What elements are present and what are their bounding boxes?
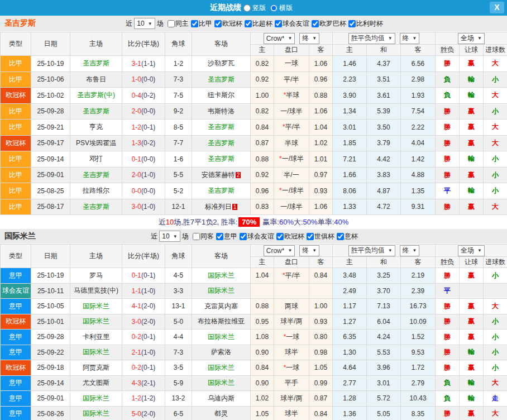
full-time-score: 1-1 — [132, 287, 141, 295]
odds-source-select-value: Crow* — [266, 35, 285, 42]
league-checkbox-box[interactable] — [214, 20, 222, 27]
result-goals-cell-value: 大 — [492, 91, 499, 99]
result-goals-cell-value: 小 — [492, 187, 499, 194]
away-team-name: 圣吉罗斯 — [208, 155, 235, 163]
handicap-home-odds: 0.92 — [251, 71, 274, 88]
score-cell: 1-3(0-2) — [122, 135, 165, 151]
col-header: 类型 — [1, 32, 31, 56]
league-checkbox-box[interactable] — [307, 233, 314, 240]
summary-part: 40% — [334, 218, 348, 226]
league-checkbox[interactable]: 球会友谊 — [240, 232, 274, 241]
same-venue-checkbox-box[interactable] — [193, 233, 200, 240]
result-goals-cell: 走 — [484, 391, 507, 407]
result-handicap-cell: 赢 — [460, 199, 484, 215]
league-checkbox[interactable]: 世俱杯 — [307, 232, 334, 241]
handicap-cell: 球半/两 — [274, 314, 309, 330]
home-team-cell: 罗马 — [70, 268, 122, 284]
league-checkbox[interactable]: 意杯 — [337, 232, 358, 241]
col-header: 类型 — [1, 245, 31, 268]
result-goals-cell-value: 小 — [492, 348, 499, 356]
chevron-down-icon: ▼ — [312, 248, 317, 253]
avg-home-odds: 1.36 — [333, 406, 367, 420]
same-venue-checkbox[interactable]: 同主 — [168, 19, 189, 28]
league-checkbox-box[interactable] — [275, 20, 282, 27]
vertical-layout-option[interactable]: 竖版 — [243, 3, 266, 13]
close-icon[interactable]: X — [490, 2, 504, 13]
table-row: 比甲25-08-25拉路维尔0-0(0-0)5-2圣吉罗斯0.96*一/球半0.… — [1, 183, 507, 199]
avg-away-odds: 6.56 — [401, 56, 436, 72]
score-cell: 3-1(1-1) — [122, 56, 165, 72]
sections-container: 圣吉罗斯近10▼场同主比甲欧冠杯比超杯球会友谊欧罗巴杯比利时杯类型日期主场比分(… — [0, 16, 507, 420]
odds-final-select[interactable]: 终▼ — [299, 33, 319, 44]
handicap-cell: 球半 — [274, 406, 309, 420]
result-handicap-cell-value: 赢 — [468, 139, 475, 147]
half-time-score: (1-0) — [141, 203, 155, 211]
score-cell: 0-1(0-0) — [122, 151, 165, 168]
corner-cell: 5-5 — [165, 167, 192, 183]
league-checkbox[interactable]: 欧罗巴杯 — [312, 19, 346, 28]
score-cell: 3-0(1-0) — [122, 199, 165, 215]
handicap-home-odds: 1.08 — [251, 330, 274, 345]
result-wdl-cell: 勝 — [436, 56, 460, 72]
league-checkbox-box[interactable] — [240, 233, 247, 240]
avg-select[interactable]: 胜平负均值▼ — [348, 245, 395, 256]
league-checkbox-box[interactable] — [191, 20, 198, 27]
league-type-badge: 比甲 — [1, 199, 31, 215]
league-checkbox-label: 欧罗巴杯 — [319, 19, 346, 28]
odds-final-select[interactable]: 终▼ — [299, 245, 319, 256]
home-team-name: 圣吉罗斯 — [83, 107, 109, 115]
vertical-radio[interactable] — [243, 4, 251, 12]
league-checkbox[interactable]: 比利时杯 — [348, 19, 383, 28]
full-time-score: 0-4 — [132, 92, 141, 99]
odds-source-select[interactable]: Crow*▼ — [264, 245, 295, 256]
league-checkbox-box[interactable] — [216, 233, 223, 240]
away-team-cell: 圣吉罗斯 — [192, 151, 251, 168]
same-venue-checkbox-box[interactable] — [168, 20, 175, 27]
result-goals-cell: 小 — [484, 151, 507, 168]
league-checkbox[interactable]: 比甲 — [191, 19, 212, 28]
home-team-name: 国际米兰 — [83, 394, 109, 402]
odds-source-select[interactable]: Crow*▼ — [264, 33, 295, 44]
recent-count-select[interactable]: 10▼ — [134, 18, 155, 29]
chevron-down-icon: ▼ — [288, 36, 292, 41]
avg-final-select[interactable]: 终▼ — [400, 33, 420, 44]
rank-badge: 1 — [232, 204, 238, 210]
table-row: 欧冠杯25-10-01国际米兰3-0(2-0)5-0布拉格斯拉维亚0.95球半/… — [1, 314, 507, 330]
home-team-cell: 邓打 — [70, 151, 122, 168]
table-row: 比甲25-10-19圣吉罗斯3-1(1-1)1-2沙勒罗瓦0.82一球1.061… — [1, 56, 507, 72]
recent-count-select[interactable]: 10▼ — [159, 231, 180, 242]
league-checkbox[interactable]: 球会友谊 — [275, 19, 309, 28]
scope-select[interactable]: 全场▼ — [458, 245, 485, 256]
same-venue-checkbox[interactable]: 同客 — [193, 232, 214, 241]
result-wdl-cell-value: 勝 — [444, 409, 451, 417]
league-checkbox[interactable]: 欧冠杯 — [214, 19, 242, 28]
result-handicap-cell: 輸 — [460, 71, 484, 88]
league-checkbox-box[interactable] — [348, 20, 356, 27]
league-checkbox[interactable]: 比超杯 — [245, 19, 272, 28]
summary-part: 赢率: — [262, 217, 279, 227]
league-checkbox-label: 球会友谊 — [247, 232, 274, 241]
result-handicap-cell-value: 赢 — [468, 203, 475, 211]
scope-select[interactable]: 全场▼ — [458, 33, 485, 44]
same-venue-checkbox-label: 同主 — [175, 19, 189, 28]
avg-final-select[interactable]: 终▼ — [400, 245, 420, 256]
league-checkbox[interactable]: 意甲 — [216, 232, 237, 241]
league-checkbox-box[interactable] — [337, 233, 344, 240]
avg-draw-odds: 5.05 — [367, 406, 401, 420]
league-checkbox-box[interactable] — [245, 20, 252, 27]
vertical-radio-label: 竖版 — [252, 3, 266, 13]
corner-cell: 7-3 — [165, 71, 192, 88]
avg-select[interactable]: 胜平负均值▼ — [348, 33, 395, 44]
away-team-cell: 萨索洛 — [192, 345, 251, 360]
sub-col-header: 主 — [251, 257, 274, 268]
handicap-home-odds: 0.84 — [251, 360, 274, 376]
horizontal-layout-option[interactable]: 横版 — [270, 3, 293, 13]
result-goals-cell: 大 — [484, 299, 507, 314]
handicap-home-odds: 1.02 — [251, 391, 274, 407]
table-row: 意甲25-09-14尤文图斯4-3(2-1)5-9国际米兰0.90平手0.992… — [1, 375, 507, 391]
league-checkbox[interactable]: 欧冠杯 — [276, 232, 304, 241]
horizontal-radio[interactable] — [270, 4, 278, 12]
avg-home-odds: 1.17 — [333, 299, 367, 314]
league-checkbox-box[interactable] — [312, 20, 319, 27]
league-checkbox-box[interactable] — [276, 233, 284, 240]
